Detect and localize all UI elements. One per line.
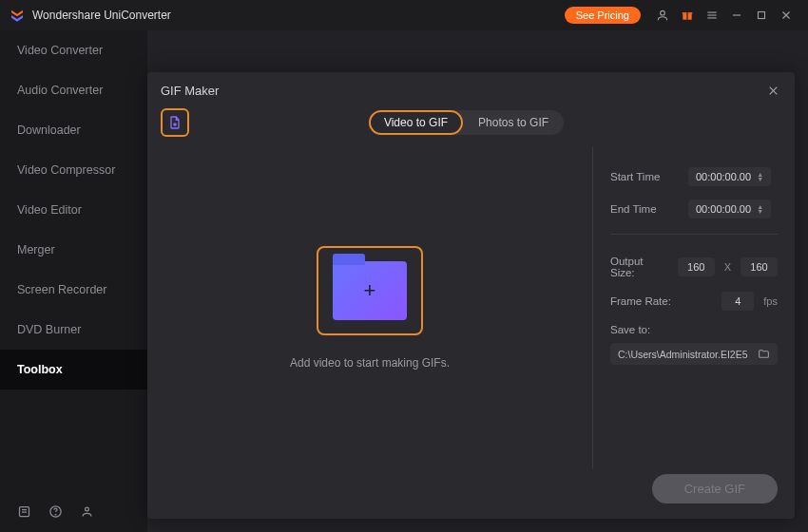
x-label: X [724,261,731,273]
frame-rate-input[interactable]: 4 [721,292,754,311]
start-time-label: Start Time [610,171,679,182]
minimize-icon[interactable] [724,3,749,28]
sidebar-item-video-converter[interactable]: Video Converter [0,30,147,70]
sidebar-item-audio-converter[interactable]: Audio Converter [0,70,147,110]
gift-icon[interactable] [675,3,700,28]
output-height-input[interactable]: 160 [741,257,778,276]
stepper-icon[interactable]: ▲▼ [757,172,763,181]
gif-maker-modal: GIF Maker Video to GIF Photos to GIF + A… [147,72,795,519]
output-size-label: Output Size: [610,256,668,278]
add-file-icon[interactable] [161,108,189,137]
menu-icon[interactable] [700,3,724,28]
folder-icon: + [333,261,407,320]
save-to-label: Save to: [610,324,778,335]
svg-rect-8 [759,12,765,19]
close-icon[interactable] [774,3,798,28]
frame-rate-label: Frame Rate: [610,295,679,307]
account-icon[interactable] [650,3,675,28]
sidebar-item-video-editor[interactable]: Video Editor [0,190,147,230]
drop-area: + Add video to start making GIFs. [147,146,593,469]
svg-rect-3 [686,12,687,20]
stepper-icon[interactable]: ▲▼ [757,204,763,214]
svg-point-16 [86,507,89,511]
user-icon[interactable] [80,504,94,519]
save-path-field[interactable]: C:\Users\Administrator.EI2E5 [610,343,778,365]
fps-unit: fps [763,295,778,307]
see-pricing-button[interactable]: See Pricing [565,7,641,24]
svg-point-15 [55,514,56,515]
settings-panel: Start Time 00:00:00.00 ▲▼ End Time 00:00… [593,146,795,469]
svg-point-0 [661,10,665,15]
sidebar-item-toolbox[interactable]: Toolbox [0,350,147,390]
sidebar: Video Converter Audio Converter Download… [0,30,147,532]
drop-text: Add video to start making GIFs. [290,356,450,370]
sidebar-item-merger[interactable]: Merger [0,230,147,270]
sidebar-item-downloader[interactable]: Downloader [0,110,147,150]
folder-open-icon[interactable] [758,348,770,360]
output-width-input[interactable]: 160 [678,257,715,276]
app-logo-icon [10,8,25,23]
save-path-text: C:\Users\Administrator.EI2E5 [618,349,750,360]
sidebar-item-screen-recorder[interactable]: Screen Recorder [0,270,147,310]
app-title: Wondershare UniConverter [32,9,171,22]
tab-photos-to-gif[interactable]: Photos to GIF [463,110,564,135]
main-area: Metadata and edit metadata r from CD GIF… [147,30,808,532]
create-gif-button[interactable]: Create GIF [652,474,778,504]
sidebar-item-dvd-burner[interactable]: DVD Burner [0,310,147,350]
tabs: Video to GIF Photos to GIF [369,110,564,135]
end-time-input[interactable]: 00:00:00.00 ▲▼ [688,200,771,218]
tab-video-to-gif[interactable]: Video to GIF [369,110,463,135]
maximize-icon[interactable] [749,3,774,28]
manual-icon[interactable] [17,504,31,519]
titlebar: Wondershare UniConverter See Pricing [0,0,808,30]
start-time-input[interactable]: 00:00:00.00 ▲▼ [688,167,771,186]
help-icon[interactable] [48,504,63,519]
end-time-label: End Time [610,203,679,215]
modal-title: GIF Maker [161,84,219,98]
sidebar-item-video-compressor[interactable]: Video Compressor [0,150,147,190]
modal-close-icon[interactable] [764,82,781,99]
add-video-button[interactable]: + [317,246,423,335]
